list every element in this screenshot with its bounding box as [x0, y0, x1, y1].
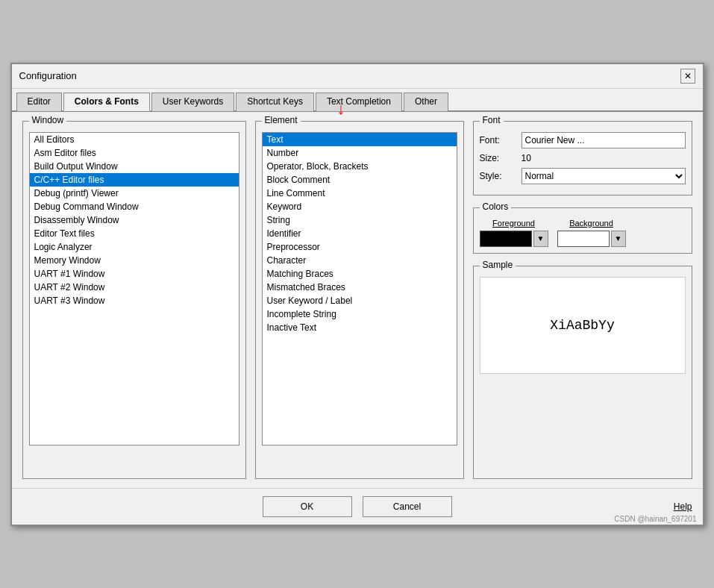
cancel-button[interactable]: Cancel — [363, 496, 452, 517]
element-group-label: Element — [262, 115, 301, 125]
window-list-item[interactable]: Debug Command Window — [30, 200, 239, 213]
element-list-item[interactable]: Preprocessor — [263, 240, 457, 254]
foreground-swatch[interactable] — [480, 231, 532, 247]
element-list-item[interactable]: Operator, Block, Brackets — [263, 160, 457, 173]
background-swatch-row: ▼ — [557, 231, 626, 247]
foreground-label[interactable]: Foreground — [492, 219, 535, 228]
element-list-item[interactable]: Number — [263, 146, 457, 160]
background-dropdown-btn[interactable]: ▼ — [611, 231, 626, 247]
close-button[interactable]: ✕ — [680, 69, 695, 84]
window-list-item[interactable]: Disassembly Window — [30, 213, 239, 227]
font-size-row: Size: 10 — [480, 153, 686, 163]
font-name-input[interactable] — [522, 132, 686, 148]
font-size-label: Size: — [480, 153, 517, 163]
dialog-title: Configuration — [19, 70, 77, 81]
colors-group: Colors Foreground ▼ Background — [473, 207, 692, 254]
tab-user-keywords[interactable]: User Keywords — [151, 93, 234, 111]
window-listbox[interactable]: All EditorsAsm Editor filesBuild Output … — [29, 132, 239, 445]
tab-colors-fonts[interactable]: Colors & Fonts — [63, 93, 150, 111]
window-list-item[interactable]: Asm Editor files — [30, 146, 239, 160]
main-content: Window All EditorsAsm Editor filesBuild … — [12, 112, 703, 488]
window-list-item[interactable]: Editor Text files — [30, 227, 239, 240]
element-group: ↓ Element TextNumberOperator, Block, Bra… — [255, 121, 464, 479]
watermark: CSDN @hainan_697201 — [614, 515, 696, 523]
window-list-item[interactable]: Memory Window — [30, 254, 239, 267]
element-list-item[interactable]: User Keyword / Label — [263, 294, 457, 307]
element-list-item[interactable]: Mismatched Braces — [263, 281, 457, 294]
window-list-item[interactable]: Build Output Window — [30, 160, 239, 173]
tab-other[interactable]: Other — [404, 93, 448, 111]
bottom-bar: OK Cancel Help CSDN @hainan_697201 — [12, 488, 703, 525]
font-colors-panel: Font Font: Size: 10 Style: NormalBoldIta… — [473, 121, 692, 479]
tab-editor[interactable]: Editor — [16, 93, 62, 111]
sample-group: Sample XiAaBbYy — [473, 266, 692, 479]
element-list-item[interactable]: Line Comment — [263, 187, 457, 200]
tab-text-completion[interactable]: Text Completion — [316, 93, 402, 111]
window-list-item[interactable]: Logic Analyzer — [30, 240, 239, 254]
background-col: Background ▼ — [557, 219, 626, 247]
element-listbox[interactable]: TextNumberOperator, Block, BracketsBlock… — [262, 132, 457, 445]
sample-group-label: Sample — [480, 260, 516, 270]
tab-bar: Editor Colors & Fonts User Keywords Shor… — [12, 89, 703, 112]
foreground-swatch-row: ▼ — [480, 231, 548, 247]
sample-area: XiAaBbYy — [480, 277, 686, 374]
element-list-item[interactable]: Character — [263, 254, 457, 267]
element-list-item[interactable]: Inactive Text — [263, 321, 457, 334]
title-bar: Configuration ✕ — [12, 64, 703, 89]
window-group-label: Window — [29, 115, 67, 125]
help-link[interactable]: Help — [674, 501, 692, 512]
element-list-item[interactable]: Matching Braces — [263, 267, 457, 281]
element-list-item[interactable]: String — [263, 213, 457, 227]
element-list-item[interactable]: Block Comment — [263, 173, 457, 187]
window-list-item[interactable]: UART #1 Window — [30, 267, 239, 281]
foreground-dropdown-btn[interactable]: ▼ — [533, 231, 548, 247]
three-column-area: Window All EditorsAsm Editor filesBuild … — [22, 121, 692, 479]
element-list-item[interactable]: Incomplete String — [263, 307, 457, 321]
window-list-item[interactable]: UART #2 Window — [30, 281, 239, 294]
window-list-item[interactable]: All Editors — [30, 133, 239, 146]
element-list-item[interactable]: Text — [263, 133, 457, 146]
window-list-item[interactable]: Debug (printf) Viewer — [30, 187, 239, 200]
font-style-select[interactable]: NormalBoldItalicBold Italic — [522, 168, 686, 184]
background-label[interactable]: Background — [569, 219, 613, 228]
font-style-label: Style: — [480, 171, 517, 181]
foreground-col: Foreground ▼ — [480, 219, 548, 247]
color-row: Foreground ▼ Background ▼ — [480, 219, 686, 247]
font-name-row: Font: — [480, 132, 686, 148]
arrow-indicator: ↓ — [337, 99, 345, 119]
tab-shortcut-keys[interactable]: Shortcut Keys — [236, 93, 314, 111]
window-list-item[interactable]: UART #3 Window — [30, 294, 239, 307]
ok-button[interactable]: OK — [263, 496, 352, 517]
font-name-label: Font: — [480, 135, 517, 146]
configuration-dialog: Configuration ✕ Editor Colors & Fonts Us… — [10, 63, 704, 526]
colors-group-label: Colors — [480, 201, 512, 212]
element-list-item[interactable]: Identifier — [263, 227, 457, 240]
element-list-item[interactable]: Keyword — [263, 200, 457, 213]
font-style-row: Style: NormalBoldItalicBold Italic — [480, 168, 686, 184]
font-group-label: Font — [480, 115, 504, 125]
sample-text: XiAaBbYy — [550, 318, 614, 333]
font-group: Font Font: Size: 10 Style: NormalBoldIta… — [473, 121, 692, 196]
background-swatch[interactable] — [557, 231, 610, 247]
window-list-item[interactable]: C/C++ Editor files — [30, 173, 239, 187]
font-size-value: 10 — [522, 153, 531, 163]
window-group: Window All EditorsAsm Editor filesBuild … — [22, 121, 246, 479]
